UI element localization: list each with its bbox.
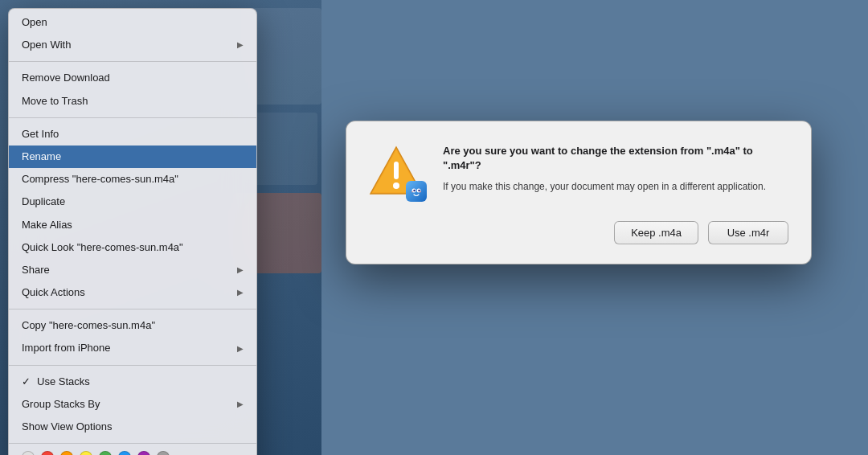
svg-rect-4 [408,183,424,199]
menu-item-open-with[interactable]: Open With ▶ [9,34,256,56]
menu-item-group-stacks-by[interactable]: Group Stacks By ▶ [9,393,256,416]
color-tags-row [9,446,256,455]
menu-separator-4 [9,365,256,366]
dialog-title: Are you sure you want to change the exte… [443,144,788,173]
color-dot-red[interactable] [41,451,54,455]
arrow-icon: ▶ [237,287,244,298]
menu-item-duplicate[interactable]: Duplicate [9,191,256,213]
menu-item-show-view-options[interactable]: Show View Options [9,416,256,438]
svg-rect-2 [394,162,399,179]
menu-separator-5 [9,443,256,444]
menu-item-remove-download[interactable]: Remove Download [9,67,256,89]
dialog-text: Are you sure you want to change the exte… [443,144,788,194]
menu-item-share[interactable]: Share ▶ [9,259,256,281]
menu-item-open[interactable]: Open [9,11,256,34]
finder-small-icon [408,183,424,199]
color-dot-green[interactable] [99,451,112,455]
checkmark-icon: ✓ [22,375,31,389]
menu-separator-3 [9,309,256,309]
menu-item-quick-look[interactable]: Quick Look "here-comes-sun.m4a" [9,236,256,259]
arrow-icon: ▶ [237,264,244,276]
dialog-icon [369,144,427,202]
menu-item-get-info[interactable]: Get Info [9,123,256,146]
menu-item-import-from-iphone[interactable]: Import from iPhone ▶ [9,337,256,359]
menu-item-make-alias[interactable]: Make Alias [9,214,256,236]
color-dot-none[interactable] [22,451,35,455]
menu-item-use-stacks[interactable]: ✓ Use Stacks [9,371,256,393]
dialog-body: If you make this change, your document m… [443,179,788,194]
dialog-buttons: Keep .m4a Use .m4r [369,221,788,244]
arrow-icon: ▶ [237,39,244,51]
menu-item-quick-actions[interactable]: Quick Actions ▶ [9,281,256,304]
menu-item-rename[interactable]: Rename [9,146,256,168]
svg-point-7 [413,190,415,191]
menu-item-move-to-trash[interactable]: Move to Trash [9,90,256,113]
rename-extension-dialog: Are you sure you want to change the exte… [346,121,812,264]
color-dot-gray[interactable] [157,451,170,455]
menu-separator-1 [9,61,256,62]
color-dot-orange[interactable] [60,451,73,455]
context-menu: Open Open With ▶ Remove Download Move to… [8,8,257,455]
arrow-icon: ▶ [237,399,244,410]
arrow-icon: ▶ [237,343,244,355]
color-dot-yellow[interactable] [80,451,92,455]
dialog-content: Are you sure you want to change the exte… [369,144,788,202]
menu-item-copy[interactable]: Copy "here-comes-sun.m4a" [9,314,256,337]
use-m4r-button[interactable]: Use .m4r [708,221,788,244]
color-dot-purple[interactable] [137,451,150,455]
menu-item-compress[interactable]: Compress "here-comes-sun.m4a" [9,168,256,191]
menu-separator-2 [9,117,256,118]
keep-m4a-button[interactable]: Keep .m4a [614,221,698,244]
color-dot-blue[interactable] [118,451,131,455]
svg-point-3 [393,182,399,189]
